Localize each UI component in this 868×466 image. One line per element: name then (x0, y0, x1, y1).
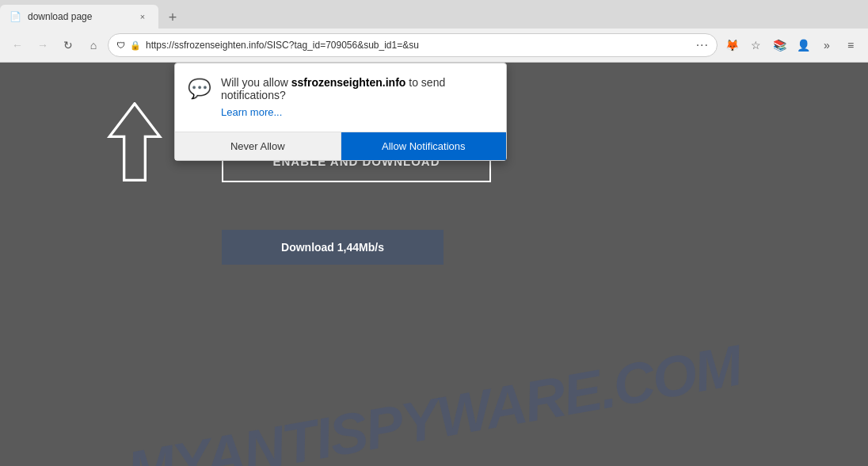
pocket-button[interactable]: 🦊 (721, 34, 743, 56)
watermark: MYANTISPYWARE.COM (1, 311, 867, 466)
library-button[interactable]: 📚 (768, 34, 790, 56)
back-button[interactable]: ← (6, 34, 29, 56)
address-bar-more-button[interactable]: ··· (696, 38, 709, 52)
security-shield-icon: 🛡 (116, 40, 125, 50)
toolbar-icons: 🦊 ☆ 📚 👤 » ≡ (721, 34, 862, 56)
download-speed-value: 1,44Mb/s (337, 241, 384, 254)
popup-question: Will you allow ssfrozenseighten.info to … (221, 76, 493, 101)
popup-learn-more-link[interactable]: Learn more... (221, 106, 282, 118)
never-allow-button[interactable]: Never Allow (175, 132, 341, 160)
page-content: MYANTISPYWARE.COM PREPARE TO DOWNLOAD! Y… (0, 63, 868, 466)
forward-button[interactable]: → (32, 34, 54, 56)
popup-body: 💬 Will you allow ssfrozenseighten.info t… (175, 63, 506, 132)
tab-bar: 📄 download page × + (0, 0, 868, 29)
sync-button[interactable]: 👤 (792, 34, 814, 56)
new-tab-button[interactable]: + (162, 6, 184, 29)
toolbar: ← → ↻ ⌂ 🛡 🔒 ··· 🦊 ☆ 📚 👤 » ≡ (0, 29, 868, 62)
extensions-button[interactable]: » (816, 34, 838, 56)
download-speed-prefix: Download (281, 241, 337, 254)
home-button[interactable]: ⌂ (82, 34, 105, 56)
notification-popup: 💬 Will you allow ssfrozenseighten.info t… (174, 63, 507, 161)
allow-notifications-button[interactable]: Allow Notifications (341, 132, 507, 160)
bookmark-button[interactable]: ☆ (744, 34, 767, 56)
popup-text: Will you allow ssfrozenseighten.info to … (221, 76, 493, 119)
address-bar[interactable]: 🛡 🔒 ··· (108, 33, 718, 57)
popup-site-name: ssfrozenseighten.info (291, 76, 406, 89)
notification-icon: 💬 (188, 78, 211, 100)
lock-icon: 🔒 (130, 40, 141, 51)
active-tab[interactable]: 📄 download page × (0, 5, 158, 29)
tab-favicon: 📄 (10, 11, 21, 22)
popup-buttons: Never Allow Allow Notifications (175, 132, 506, 160)
tab-title: download page (28, 11, 130, 22)
browser-chrome: 📄 download page × + ← → ↻ ⌂ 🛡 🔒 ··· 🦊 ☆ … (0, 0, 868, 63)
popup-question-prefix: Will you allow (221, 76, 291, 89)
tab-close-button[interactable]: × (136, 10, 149, 23)
arrow-container (103, 102, 166, 185)
svg-marker-0 (109, 104, 159, 181)
download-speed-button[interactable]: Download 1,44Mb/s (222, 230, 444, 265)
refresh-button[interactable]: ↻ (57, 34, 79, 56)
url-input[interactable] (146, 40, 691, 51)
menu-button[interactable]: ≡ (839, 34, 862, 56)
up-arrow-icon (103, 102, 166, 181)
